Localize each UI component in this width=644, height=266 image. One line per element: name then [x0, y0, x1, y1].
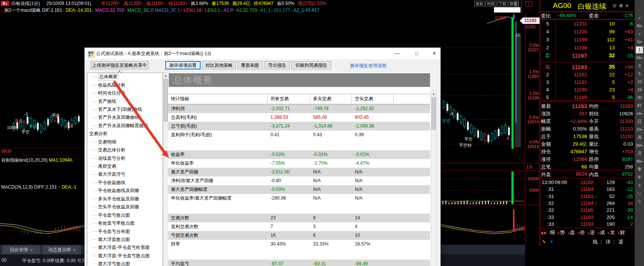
tree-item-label: 最大浮亏散点图 — [98, 261, 130, 266]
stat-value-cell: 6 — [310, 231, 352, 240]
stat-value-cell: -0.80 — [267, 176, 310, 185]
tree-connector — [93, 231, 97, 232]
close-button[interactable]: × — [426, 48, 443, 59]
tree-item[interactable]: 收益风险分析 — [87, 81, 163, 89]
tree-item[interactable]: 交易总体分析 — [87, 146, 163, 154]
stat-value-cell: 7 — [267, 222, 310, 231]
tree-item-label: 资产升水及回撤幅度曲线 — [98, 123, 148, 129]
stat-name-cell: 总亏损(毛损) — [168, 122, 267, 131]
tree-item[interactable]: 最大浮盈-平仓盈亏散点图 — [87, 252, 163, 260]
stat-value-cell: -7.05% — [267, 159, 310, 168]
toolbar-button-1[interactable]: 上传测评报告至策略共享中心 — [90, 61, 149, 69]
stat-value-cell: 0.39 — [352, 131, 394, 139]
content-scrollbar[interactable]: ▲ — [431, 91, 437, 266]
tree-item-label: 最大浮盈-平仓盈亏柱形图 — [98, 244, 150, 251]
tree-item[interactable]: 有效盈亏率散点图 — [87, 219, 163, 227]
tree-connector — [93, 207, 97, 207]
trade-marker: 平空 — [21, 129, 30, 135]
maximize-button[interactable]: □ — [408, 48, 425, 59]
table-row: 年化收益率-7.05%-2.70%-4.47% — [168, 159, 430, 168]
axis-price-label: 11192 — [525, 24, 536, 29]
scroll-up-icon[interactable]: ▲ — [431, 91, 436, 97]
toolbar-button-3[interactable]: 对比其他策略 — [202, 61, 236, 69]
tree-connector — [93, 247, 97, 248]
custom-indicator-title: 自制指标test(10,20,20) MA1:10940. — [1, 157, 83, 164]
tree-item-label: 平仓收益曲线 — [98, 179, 125, 186]
tree-item[interactable]: 平仓盈亏分布图 — [87, 227, 163, 235]
pct-axis-label: 1.5%11083 — [524, 69, 539, 79]
trade-marker: -1 — [450, 112, 454, 116]
tree-item[interactable]: 连续盈亏分析 — [87, 154, 163, 162]
stat-name-cell: 最大资产回撤 — [168, 168, 267, 176]
tree-connector — [93, 150, 97, 150]
tree-item[interactable]: 离群交易 — [87, 162, 163, 170]
tree-item[interactable]: 空头平仓收益及回撤 — [87, 203, 163, 211]
toolbar-button-4[interactable]: 重新刷新 — [237, 61, 263, 69]
high-price-label: 11205 — [495, 16, 506, 20]
scroll-thumb[interactable] — [164, 79, 168, 121]
tree-connector — [93, 256, 97, 256]
tree-connector — [93, 142, 97, 142]
macd-diff: DIFF:2.151 — [34, 184, 57, 190]
tree-item[interactable]: 平仓收益曲线 — [87, 179, 163, 187]
tree-item[interactable]: 最大浮盈浮亏 — [87, 170, 163, 178]
tree-connector — [93, 239, 97, 240]
tree-item[interactable]: 资产升水及回撤幅度曲线 — [87, 122, 163, 130]
scroll-thumb[interactable] — [432, 97, 436, 130]
stat-name-cell: 盈利交易次数 — [168, 222, 267, 231]
tree-item[interactable]: 资产曲线 — [87, 97, 163, 105]
toolbar-button-2[interactable]: 测评选项设置 — [165, 61, 201, 69]
tree-item-label: 空头平仓收益及回撤 — [98, 204, 139, 210]
tree-connector — [93, 101, 97, 102]
tree-item-label: 多头平仓收益及回撤 — [98, 196, 139, 202]
tree-item-label: 资产及水下(回撤)曲线 — [98, 106, 142, 113]
tree-item-label: 最大浮盈浮亏 — [98, 171, 125, 178]
macd-name: MACD(26,12,9) — [1, 184, 33, 190]
tree-item[interactable]: 资产升水及回撤曲线 — [87, 113, 163, 121]
stat-value-cell: N/A — [310, 185, 352, 194]
table-header-row: 统计指标所有交易多头交易空头交易 — [168, 94, 430, 104]
tree-item[interactable]: 资产及水下(回撤)曲线 — [87, 105, 163, 113]
tree-item[interactable]: 平仓盈亏散点图 — [87, 211, 163, 219]
stat-value-cell: -3,371.24 — [267, 122, 310, 131]
dialog-title-bar[interactable]: 公式测试系统 - A.图表交易系统：测2一个macd策略() 1分 — □ × — [85, 48, 440, 60]
stat-name-cell: 收益率 — [168, 150, 267, 159]
stat-name-cell: 盈利因子(毛利/毛损) — [168, 131, 267, 139]
section-banner: 总体概要 — [169, 73, 430, 87]
table-row: 净利润/最大资产回撤-0.80N/AN/A — [168, 176, 430, 185]
report-help-link[interactable]: 测评报告使用说明 — [350, 63, 386, 69]
minimize-button[interactable]: — — [389, 48, 405, 59]
tree-item[interactable]: 平仓收益曲线及回撤 — [87, 187, 163, 195]
stat-value-cell: 16 — [267, 231, 310, 240]
price-value: 11083 — [524, 74, 539, 79]
trade-marker: 平空 — [464, 137, 473, 142]
price-value: 11028 — [524, 96, 539, 100]
toolbar-button-5[interactable]: 导出报告 — [264, 61, 290, 69]
stat-value-cell: N/A — [310, 176, 352, 185]
macd-indicator-title: MACD(26,12,9) DIFF:2.151 ↑ DEA:-1 — [1, 184, 83, 190]
tree-item[interactable]: 交易明细 — [87, 138, 163, 146]
stat-value-cell: -83.31 — [310, 260, 352, 266]
stat-name-cell: 亏损交易次数 — [168, 231, 267, 240]
tree-item[interactable]: 最大浮盈散点图 — [87, 236, 163, 244]
table-header-cell: 统计指标 — [168, 94, 267, 104]
tree-item-label: 总体概要 — [98, 73, 119, 80]
current-price-tag: 11193 — [520, 17, 540, 24]
tree-item[interactable]: 交易分析 — [87, 130, 163, 138]
report-tree-panel: 总体概要收益风险分析时间仓位分析资产曲线资产及水下(回撤)曲线资产升水及回撤曲线… — [87, 72, 163, 266]
tree-item[interactable]: 多头平仓收益及回撤 — [87, 195, 163, 203]
stat-value-cell: N/A — [352, 168, 394, 176]
tree-item[interactable]: 最大浮亏散点图 — [87, 260, 163, 266]
tree-item-label: 有效盈亏率散点图 — [98, 220, 134, 227]
toolbar-button-6[interactable]: 切换到简易报告 — [291, 61, 331, 69]
bar-count-label: 10 — [516, 33, 520, 37]
tree-item-label: 资产升水及回撤曲线 — [98, 114, 139, 121]
tree-item-label: 交易明细 — [98, 139, 116, 145]
table-header-cell: 空头交易 — [352, 94, 394, 104]
table-row: 最大资产回撤幅度-0.03%N/AN/A — [168, 185, 430, 194]
formula-test-dialog: 公式测试系统 - A.图表交易系统：测2一个macd策略() 1分 — □ × … — [84, 47, 441, 266]
tree-item[interactable]: 时间仓位分析 — [87, 89, 163, 97]
tree-item[interactable]: 总体概要 — [87, 73, 163, 81]
tree-item[interactable]: 最大浮盈-平仓盈亏柱形图 — [87, 244, 163, 252]
volume-axis-label: 10000 — [524, 176, 539, 181]
